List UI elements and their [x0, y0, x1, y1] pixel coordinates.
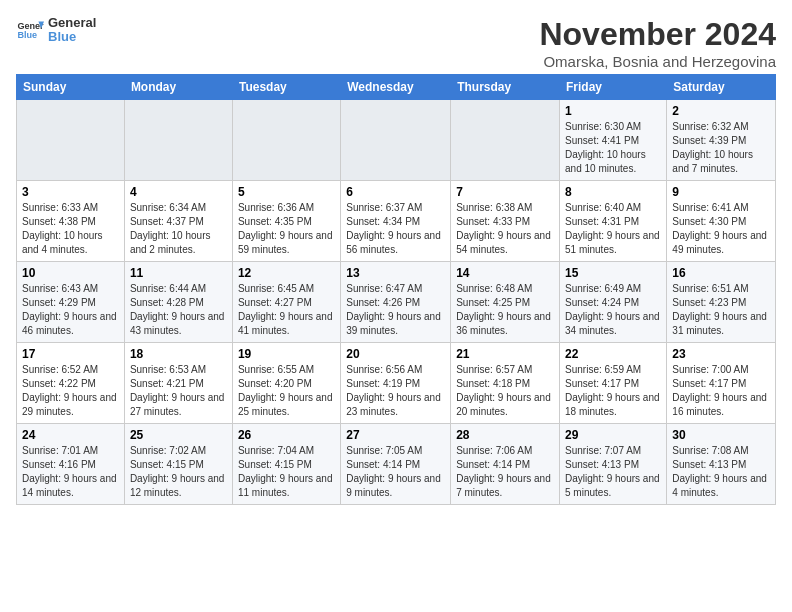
cell-info: Sunrise: 6:36 AMSunset: 4:35 PMDaylight:… — [238, 201, 335, 257]
calendar-cell: 24Sunrise: 7:01 AMSunset: 4:16 PMDayligh… — [17, 424, 125, 505]
day-number: 17 — [22, 347, 119, 361]
day-number: 22 — [565, 347, 661, 361]
calendar-cell: 27Sunrise: 7:05 AMSunset: 4:14 PMDayligh… — [341, 424, 451, 505]
day-number: 25 — [130, 428, 227, 442]
cell-info: Sunrise: 6:44 AMSunset: 4:28 PMDaylight:… — [130, 282, 227, 338]
svg-text:Blue: Blue — [17, 31, 37, 41]
day-number: 26 — [238, 428, 335, 442]
week-row-2: 3Sunrise: 6:33 AMSunset: 4:38 PMDaylight… — [17, 181, 776, 262]
cell-info: Sunrise: 7:01 AMSunset: 4:16 PMDaylight:… — [22, 444, 119, 500]
cell-info: Sunrise: 6:32 AMSunset: 4:39 PMDaylight:… — [672, 120, 770, 176]
day-number: 21 — [456, 347, 554, 361]
day-number: 5 — [238, 185, 335, 199]
calendar-cell: 15Sunrise: 6:49 AMSunset: 4:24 PMDayligh… — [560, 262, 667, 343]
day-number: 10 — [22, 266, 119, 280]
cell-info: Sunrise: 6:33 AMSunset: 4:38 PMDaylight:… — [22, 201, 119, 257]
cell-info: Sunrise: 6:57 AMSunset: 4:18 PMDaylight:… — [456, 363, 554, 419]
cell-info: Sunrise: 7:04 AMSunset: 4:15 PMDaylight:… — [238, 444, 335, 500]
calendar-table: SundayMondayTuesdayWednesdayThursdayFrid… — [16, 74, 776, 505]
day-number: 2 — [672, 104, 770, 118]
calendar-cell: 2Sunrise: 6:32 AMSunset: 4:39 PMDaylight… — [667, 100, 776, 181]
weekday-header-thursday: Thursday — [451, 75, 560, 100]
day-number: 7 — [456, 185, 554, 199]
weekday-header-tuesday: Tuesday — [232, 75, 340, 100]
calendar-cell: 4Sunrise: 6:34 AMSunset: 4:37 PMDaylight… — [124, 181, 232, 262]
cell-info: Sunrise: 7:05 AMSunset: 4:14 PMDaylight:… — [346, 444, 445, 500]
logo-general: General — [48, 15, 96, 30]
cell-info: Sunrise: 6:53 AMSunset: 4:21 PMDaylight:… — [130, 363, 227, 419]
day-number: 4 — [130, 185, 227, 199]
cell-info: Sunrise: 7:07 AMSunset: 4:13 PMDaylight:… — [565, 444, 661, 500]
week-row-5: 24Sunrise: 7:01 AMSunset: 4:16 PMDayligh… — [17, 424, 776, 505]
cell-info: Sunrise: 6:59 AMSunset: 4:17 PMDaylight:… — [565, 363, 661, 419]
day-number: 20 — [346, 347, 445, 361]
calendar-cell: 18Sunrise: 6:53 AMSunset: 4:21 PMDayligh… — [124, 343, 232, 424]
cell-info: Sunrise: 6:41 AMSunset: 4:30 PMDaylight:… — [672, 201, 770, 257]
weekday-header-monday: Monday — [124, 75, 232, 100]
calendar-cell: 6Sunrise: 6:37 AMSunset: 4:34 PMDaylight… — [341, 181, 451, 262]
calendar-cell: 28Sunrise: 7:06 AMSunset: 4:14 PMDayligh… — [451, 424, 560, 505]
calendar-cell — [17, 100, 125, 181]
day-number: 27 — [346, 428, 445, 442]
calendar-cell: 20Sunrise: 6:56 AMSunset: 4:19 PMDayligh… — [341, 343, 451, 424]
calendar-cell: 16Sunrise: 6:51 AMSunset: 4:23 PMDayligh… — [667, 262, 776, 343]
calendar-cell — [451, 100, 560, 181]
calendar-cell: 30Sunrise: 7:08 AMSunset: 4:13 PMDayligh… — [667, 424, 776, 505]
week-row-4: 17Sunrise: 6:52 AMSunset: 4:22 PMDayligh… — [17, 343, 776, 424]
day-number: 16 — [672, 266, 770, 280]
cell-info: Sunrise: 6:43 AMSunset: 4:29 PMDaylight:… — [22, 282, 119, 338]
day-number: 1 — [565, 104, 661, 118]
calendar-cell — [341, 100, 451, 181]
calendar-cell: 3Sunrise: 6:33 AMSunset: 4:38 PMDaylight… — [17, 181, 125, 262]
calendar-cell: 25Sunrise: 7:02 AMSunset: 4:15 PMDayligh… — [124, 424, 232, 505]
logo-icon: General Blue — [16, 16, 44, 44]
logo-blue: Blue — [48, 29, 76, 44]
cell-info: Sunrise: 7:06 AMSunset: 4:14 PMDaylight:… — [456, 444, 554, 500]
weekday-header-saturday: Saturday — [667, 75, 776, 100]
calendar-cell: 21Sunrise: 6:57 AMSunset: 4:18 PMDayligh… — [451, 343, 560, 424]
day-number: 6 — [346, 185, 445, 199]
calendar-cell: 11Sunrise: 6:44 AMSunset: 4:28 PMDayligh… — [124, 262, 232, 343]
cell-info: Sunrise: 6:55 AMSunset: 4:20 PMDaylight:… — [238, 363, 335, 419]
day-number: 8 — [565, 185, 661, 199]
title-block: November 2024 Omarska, Bosnia and Herzeg… — [539, 16, 776, 70]
calendar-cell: 5Sunrise: 6:36 AMSunset: 4:35 PMDaylight… — [232, 181, 340, 262]
cell-info: Sunrise: 6:47 AMSunset: 4:26 PMDaylight:… — [346, 282, 445, 338]
calendar-cell: 17Sunrise: 6:52 AMSunset: 4:22 PMDayligh… — [17, 343, 125, 424]
weekday-header-friday: Friday — [560, 75, 667, 100]
day-number: 9 — [672, 185, 770, 199]
cell-info: Sunrise: 6:49 AMSunset: 4:24 PMDaylight:… — [565, 282, 661, 338]
cell-info: Sunrise: 6:30 AMSunset: 4:41 PMDaylight:… — [565, 120, 661, 176]
day-number: 29 — [565, 428, 661, 442]
cell-info: Sunrise: 7:02 AMSunset: 4:15 PMDaylight:… — [130, 444, 227, 500]
calendar-cell — [124, 100, 232, 181]
day-number: 30 — [672, 428, 770, 442]
calendar-cell: 8Sunrise: 6:40 AMSunset: 4:31 PMDaylight… — [560, 181, 667, 262]
day-number: 18 — [130, 347, 227, 361]
page-header: General Blue General Blue November 2024 … — [16, 16, 776, 70]
cell-info: Sunrise: 6:51 AMSunset: 4:23 PMDaylight:… — [672, 282, 770, 338]
logo: General Blue General Blue — [16, 16, 96, 45]
cell-info: Sunrise: 6:48 AMSunset: 4:25 PMDaylight:… — [456, 282, 554, 338]
weekday-header-sunday: Sunday — [17, 75, 125, 100]
calendar-cell: 9Sunrise: 6:41 AMSunset: 4:30 PMDaylight… — [667, 181, 776, 262]
day-number: 23 — [672, 347, 770, 361]
cell-info: Sunrise: 6:45 AMSunset: 4:27 PMDaylight:… — [238, 282, 335, 338]
day-number: 24 — [22, 428, 119, 442]
day-number: 11 — [130, 266, 227, 280]
cell-info: Sunrise: 6:40 AMSunset: 4:31 PMDaylight:… — [565, 201, 661, 257]
calendar-cell: 13Sunrise: 6:47 AMSunset: 4:26 PMDayligh… — [341, 262, 451, 343]
weekday-header-row: SundayMondayTuesdayWednesdayThursdayFrid… — [17, 75, 776, 100]
cell-info: Sunrise: 6:37 AMSunset: 4:34 PMDaylight:… — [346, 201, 445, 257]
calendar-cell: 1Sunrise: 6:30 AMSunset: 4:41 PMDaylight… — [560, 100, 667, 181]
cell-info: Sunrise: 6:34 AMSunset: 4:37 PMDaylight:… — [130, 201, 227, 257]
day-number: 14 — [456, 266, 554, 280]
cell-info: Sunrise: 6:52 AMSunset: 4:22 PMDaylight:… — [22, 363, 119, 419]
cell-info: Sunrise: 7:08 AMSunset: 4:13 PMDaylight:… — [672, 444, 770, 500]
day-number: 28 — [456, 428, 554, 442]
week-row-3: 10Sunrise: 6:43 AMSunset: 4:29 PMDayligh… — [17, 262, 776, 343]
calendar-cell: 10Sunrise: 6:43 AMSunset: 4:29 PMDayligh… — [17, 262, 125, 343]
calendar-cell: 26Sunrise: 7:04 AMSunset: 4:15 PMDayligh… — [232, 424, 340, 505]
calendar-cell: 29Sunrise: 7:07 AMSunset: 4:13 PMDayligh… — [560, 424, 667, 505]
calendar-cell: 12Sunrise: 6:45 AMSunset: 4:27 PMDayligh… — [232, 262, 340, 343]
